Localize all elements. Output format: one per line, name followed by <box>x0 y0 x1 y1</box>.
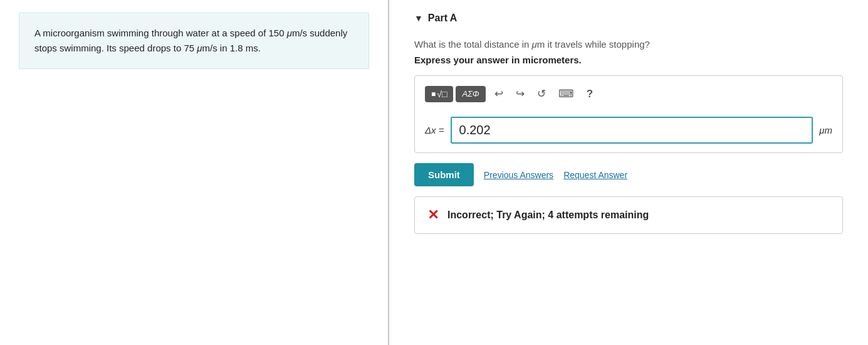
action-row: Submit Previous Answers Request Answer <box>414 163 843 186</box>
collapse-arrow-icon[interactable]: ▼ <box>414 13 423 23</box>
unit-label: μm <box>819 125 832 135</box>
feedback-text: Incorrect; Try Again; 4 attempts remaini… <box>447 210 649 221</box>
previous-answers-link[interactable]: Previous Answers <box>484 170 553 180</box>
template-btn-group: ■ √□ ΑΣΦ <box>425 86 486 102</box>
question-text: What is the total distance in μm it trav… <box>414 39 843 50</box>
part-title: Part A <box>428 13 458 24</box>
keyboard-btn[interactable]: ⌨ <box>555 85 578 103</box>
math-toolbar: ■ √□ ΑΣΦ ↩ ↪ ↺ ⌨ ? <box>425 85 832 108</box>
template-btn[interactable]: ■ √□ <box>425 86 453 102</box>
incorrect-icon: ✕ <box>427 207 439 223</box>
problem-box: A microorganism swimming through water a… <box>19 13 369 69</box>
delta-x-label: Δx = <box>425 125 444 135</box>
problem-text: A microorganism swimming through water a… <box>34 26 353 56</box>
request-answer-link[interactable]: Request Answer <box>563 170 627 180</box>
undo-btn[interactable]: ↩ <box>491 85 507 103</box>
answer-area: ■ √□ ΑΣΦ ↩ ↪ ↺ ⌨ ? Δx = μm <box>414 75 843 153</box>
help-btn[interactable]: ? <box>583 85 597 103</box>
left-panel: A microorganism swimming through water a… <box>0 0 389 345</box>
feedback-box: ✕ Incorrect; Try Again; 4 attempts remai… <box>414 196 843 234</box>
right-panel: ▼ Part A What is the total distance in μ… <box>389 0 868 345</box>
greek-btn[interactable]: ΑΣΦ <box>456 86 485 102</box>
redo-btn[interactable]: ↪ <box>512 85 528 103</box>
greek-label: ΑΣΦ <box>462 89 479 98</box>
submit-button[interactable]: Submit <box>414 163 474 186</box>
page-layout: A microorganism swimming through water a… <box>0 0 868 345</box>
answer-input[interactable] <box>451 117 813 144</box>
input-row: Δx = μm <box>425 117 832 144</box>
express-instruction: Express your answer in micrometers. <box>414 55 843 65</box>
reset-btn[interactable]: ↺ <box>533 85 550 103</box>
template-icon: √□ <box>437 89 447 99</box>
part-header: ▼ Part A <box>414 13 843 24</box>
